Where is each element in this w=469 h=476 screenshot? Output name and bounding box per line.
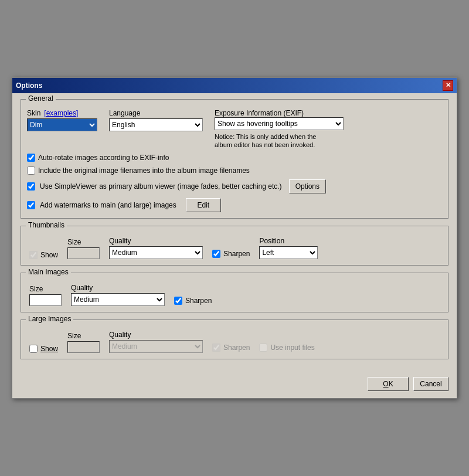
autorotate-label: Auto-rotate images according to EXIF-inf… <box>38 154 169 162</box>
dialog-content: General Skin [examples] Dim Language <box>12 93 457 373</box>
simpleviewer-label: Use SimpleViewer as primary album viewer… <box>40 182 282 191</box>
large-images-title: Large Images <box>26 315 73 323</box>
watermarks-checkbox[interactable] <box>27 201 35 209</box>
thumbnails-group-title: Thumbnails <box>26 221 67 229</box>
thumbnail-show-label: Show <box>40 251 58 259</box>
use-input-files-row: Use input files <box>259 344 314 352</box>
thumb-size-label: Size <box>67 238 100 246</box>
thumb-sharpen-col: Sharpen <box>212 250 250 259</box>
exif-select[interactable]: Show as hovering tooltips <box>215 117 344 130</box>
exif-notice: Notice: This is only added when the albu… <box>215 132 332 149</box>
thumbnail-sharpen-checkbox[interactable] <box>212 250 220 258</box>
large-show-label: Show <box>40 345 58 353</box>
options-dialog: Options ✕ General Skin [examples] Dim <box>12 77 457 399</box>
autorotate-checkbox[interactable] <box>27 154 35 162</box>
language-label: Language <box>109 109 203 117</box>
main-quality-select[interactable]: Medium <box>71 293 165 306</box>
cancel-button[interactable]: Cancel <box>413 377 448 391</box>
large-sharpen-col: Sharpen <box>212 344 250 353</box>
large-sharpen-row: Sharpen <box>212 344 250 352</box>
large-images-row: Show Size 1024 Quality Medium <box>27 331 442 353</box>
large-size-input[interactable]: 1024 <box>67 341 100 353</box>
thumb-quality-col: Quality Medium <box>109 237 203 259</box>
simpleviewer-checkbox[interactable] <box>27 182 35 191</box>
thumb-show-col: Show <box>29 239 58 259</box>
close-button[interactable]: ✕ <box>443 80 453 91</box>
title-bar: Options ✕ <box>12 78 457 93</box>
main-images-title: Main Images <box>26 268 71 276</box>
thumb-size-col: Size 80 <box>67 238 100 259</box>
include-filenames-label: Include the original image filenames int… <box>38 166 250 175</box>
language-col: Language English <box>109 109 203 131</box>
watermarks-row: Add watermarks to main (and large) image… <box>27 198 442 212</box>
ok-button[interactable]: OK <box>368 377 409 391</box>
use-input-files-label: Use input files <box>270 344 314 352</box>
large-show-checkbox[interactable] <box>29 345 38 353</box>
large-quality-label: Quality <box>109 331 203 339</box>
main-size-label: Size <box>29 285 62 293</box>
large-use-input-col: Use input files <box>259 344 314 353</box>
autorotate-row: Auto-rotate images according to EXIF-inf… <box>27 154 442 162</box>
exif-label: Exposure Information (EXIF) <box>215 109 344 117</box>
thumbnail-size-input[interactable]: 80 <box>67 247 100 259</box>
options-button[interactable]: Options <box>289 179 326 193</box>
position-select[interactable]: Left <box>259 246 318 259</box>
large-show-col: Show <box>29 333 58 353</box>
thumbnail-quality-select[interactable]: Medium <box>109 246 203 259</box>
main-quality-label: Quality <box>71 284 165 292</box>
large-size-label: Size <box>67 332 100 340</box>
main-images-group: Main Images Size 552 Quality Medium <box>21 273 448 312</box>
main-sharpen-label: Sharpen <box>185 297 212 305</box>
skin-select[interactable]: Dim <box>27 118 97 131</box>
thumbnail-show-checkbox[interactable] <box>29 251 38 259</box>
main-quality-col: Quality Medium <box>71 284 165 306</box>
watermarks-label: Add watermarks to main (and large) image… <box>40 201 176 209</box>
large-sharpen-checkbox[interactable] <box>212 344 220 352</box>
thumbnails-row: Show Size 80 Quality Medium <box>27 237 442 259</box>
main-size-input[interactable]: 552 <box>29 294 62 306</box>
thumbnail-sharpen-row: Sharpen <box>212 250 250 258</box>
thumbnails-group: Thumbnails Show Size 80 Qualit <box>21 226 448 266</box>
main-sharpen-row: Sharpen <box>174 297 212 305</box>
thumb-quality-label: Quality <box>109 237 203 245</box>
edit-button[interactable]: Edit <box>186 198 221 212</box>
thumbnail-sharpen-label: Sharpen <box>223 250 250 258</box>
large-size-col: Size 1024 <box>67 332 100 353</box>
language-select[interactable]: English <box>109 118 203 131</box>
large-images-group: Large Images Show Size 1024 Qu <box>21 319 448 359</box>
thumb-position-col: Position Left <box>259 237 318 259</box>
large-sharpen-label: Sharpen <box>223 344 250 352</box>
skin-col: Skin [examples] Dim <box>27 109 97 131</box>
general-group: General Skin [examples] Dim Language <box>21 99 448 219</box>
main-images-row: Size 552 Quality Medium Sharpen <box>27 284 442 306</box>
use-input-files-checkbox[interactable] <box>259 344 267 352</box>
large-quality-select[interactable]: Medium <box>109 340 203 353</box>
simpleviewer-row: Use SimpleViewer as primary album viewer… <box>27 179 442 193</box>
skin-examples-link[interactable]: [examples] <box>44 109 78 117</box>
include-filenames-checkbox[interactable] <box>27 166 35 175</box>
main-size-col: Size 552 <box>29 285 62 306</box>
large-quality-col: Quality Medium <box>109 331 203 353</box>
bottom-buttons: OK Cancel <box>12 372 457 398</box>
main-sharpen-col: Sharpen <box>174 297 212 306</box>
include-filenames-row: Include the original image filenames int… <box>27 166 442 175</box>
exif-col: Exposure Information (EXIF) Show as hove… <box>215 109 344 149</box>
position-label: Position <box>259 237 318 245</box>
ok-label: OK <box>383 380 393 388</box>
main-sharpen-checkbox[interactable] <box>174 297 182 305</box>
skin-label: Skin <box>27 109 40 117</box>
dialog-title: Options <box>16 81 42 90</box>
general-group-title: General <box>26 94 56 103</box>
